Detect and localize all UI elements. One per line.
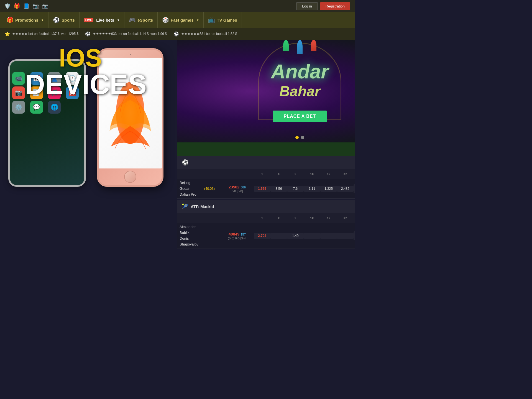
nav-label-live: Live bets [96, 18, 114, 22]
sports-icon: ⚽ [53, 17, 60, 23]
atp-table-row: Alexander Bublik Denis Shapovalov 40849 … [177, 223, 355, 249]
atp-odds-12: — [320, 233, 337, 239]
score-main: 23502 [229, 185, 239, 189]
devices-heading: DEVICES [25, 70, 136, 98]
odds-12[interactable]: 1.325 [320, 186, 337, 192]
atp-col-x2: X2 [337, 216, 354, 220]
atp-col-x: X [270, 216, 287, 220]
phone-container: 📹 📅 👤 🕐 📷 📝 🎵 🅰️ ⚙️ 💬 🌐 [8, 37, 163, 187]
instagram2-icon[interactable]: 📷 [42, 3, 48, 9]
atp-odds-x2: — [337, 233, 354, 239]
gift-icon[interactable]: 🎁 [14, 3, 20, 9]
nav-bar: 🎁 Promotions ▼ ⚽ Sports LIVE Live bets ▼… [0, 12, 355, 28]
atp-section-header: 🎾 ATP. Madrid [177, 200, 355, 213]
atp-odds-h1[interactable]: (-3) 1.88 [354, 231, 355, 240]
atp-team2-name: Denis Shapovalov [180, 236, 198, 247]
nav-label-sports: Sports [62, 18, 75, 22]
facetime-app: 📹 [12, 72, 25, 85]
atp-score-link[interactable]: 157 [241, 233, 245, 236]
nav-label-fast-games: Fast games [171, 18, 194, 22]
chevron-down-icon: ▼ [41, 19, 44, 22]
nav-label-promotions: Promotions [15, 18, 38, 22]
game-banner[interactable]: Andar Bahar PLAY PLACE A BET [177, 40, 355, 142]
atp-score-main: 40849 [229, 232, 239, 236]
col-1: 1 [254, 172, 270, 176]
football-section-header: ⚽ [177, 156, 355, 169]
chevron-live-icon: ▼ [117, 19, 120, 22]
col-x: X [270, 172, 287, 176]
sidebar-item-promotions[interactable]: 🎁 Promotions ▼ [2, 12, 48, 28]
atp-col-1: 1 [254, 216, 270, 220]
score-sub: 0-0 [0-0] [221, 190, 254, 193]
odds-1[interactable]: 1.555 [254, 186, 270, 192]
nav-label-esports: eSports [137, 18, 153, 22]
right-content: Andar Bahar PLAY PLACE A BET One-click b… [177, 40, 355, 262]
atp-col-2: 2 [287, 216, 304, 220]
shield-icon[interactable]: 🛡️ [4, 3, 11, 9]
dot-1[interactable] [295, 136, 299, 139]
settings-app: ⚙️ [12, 101, 25, 114]
andar-subtitle: Bahar [271, 83, 329, 99]
ios-text-overlay: IOS DEVICES [25, 45, 136, 98]
one-click-bar: One-click bet [177, 142, 355, 156]
table-row: Beijing Guoan Dalian Pro (40:03) 23502 3… [177, 179, 355, 199]
sidebar-item-live-bets[interactable]: LIVE Live bets ▼ [80, 12, 124, 28]
ios-devices-overlay[interactable]: 📹 📅 👤 🕐 📷 📝 🎵 🅰️ ⚙️ 💬 🌐 [6, 32, 166, 187]
atp-score-sub: (0-0) 0-0 [3-4] [221, 237, 254, 240]
content-wrapper: 📹 📅 👤 🕐 📷 📝 🎵 🅰️ ⚙️ 💬 🌐 [0, 40, 355, 262]
banner-dots [295, 136, 304, 139]
score-link[interactable]: 386 [241, 186, 245, 189]
instagram-icon[interactable]: 📷 [33, 3, 39, 9]
sidebar-item-tv-games[interactable]: 📺 TV Games [204, 12, 242, 28]
promotions-icon: 🎁 [7, 17, 14, 23]
ios-heading: IOS [25, 45, 136, 70]
match-score: 23502 386 0-0 [0-0] [221, 185, 254, 193]
col-12: 12 [320, 172, 337, 176]
top-bar: 🛡️ 🎁 📘 📷 📷 Log in Registration [0, 0, 355, 12]
top-bar-icons: 🛡️ 🎁 📘 📷 📷 [4, 3, 292, 9]
chevron-fast-icon: ▼ [196, 19, 199, 22]
odds-x[interactable]: 3.56 [270, 186, 287, 192]
games-table-area: ⚽ 1 X 2 1X 12 X2 H1 H2 O U Bei [177, 156, 355, 249]
fast-games-icon: 🎲 [162, 17, 169, 23]
andar-title: Andar [271, 60, 329, 83]
messages-app: 💬 [30, 101, 43, 114]
odds-2[interactable]: 7.6 [287, 186, 304, 192]
live-badge: LIVE [84, 18, 93, 22]
team1-name: Beijing Guoan [180, 180, 198, 192]
sidebar-item-esports[interactable]: 🎮 eSports [124, 12, 158, 28]
ios-promo-panel[interactable]: 📹 📅 👤 🕐 📷 📝 🎵 🅰️ ⚙️ 💬 🌐 [0, 40, 177, 262]
sidebar-item-fast-games[interactable]: 🎲 Fast games ▼ [158, 12, 204, 28]
sidebar-item-sports[interactable]: ⚽ Sports [48, 12, 80, 28]
atp-odds-1[interactable]: 2.704 [254, 233, 270, 239]
odds-x2[interactable]: 2.485 [337, 186, 354, 192]
facebook-icon[interactable]: 📘 [23, 3, 29, 9]
place-bet-button[interactable]: PLACE A BET [273, 111, 327, 122]
odds-h1[interactable]: (-1) 1.944 [354, 184, 355, 193]
safari-app: 🌐 [48, 101, 61, 114]
ticker-ball2-icon: ⚽ [173, 31, 179, 37]
dot-2[interactable] [301, 136, 304, 139]
odds-1x[interactable]: 1.11 [304, 186, 320, 192]
register-button[interactable]: Registration [320, 2, 350, 10]
atp-col-1x: 1X [304, 216, 320, 220]
nav-label-tv: TV Games [217, 18, 237, 22]
col-h1: H1 [354, 172, 355, 176]
atp-match-score: 40849 157 (0-0) 0-0 [3-4] [221, 232, 254, 240]
login-button[interactable]: Log in [296, 2, 318, 10]
ticker-item-3: ⚽ ★★★★★★581 bet on football 1.52 $ [173, 31, 237, 37]
tennis-icon: 🎾 [182, 203, 188, 209]
atp-title: ATP. Madrid [191, 204, 214, 209]
esports-icon: 🎮 [129, 17, 136, 23]
atp-col-h1: H1 [354, 216, 355, 220]
atp-odds-2[interactable]: 1.49 [287, 233, 304, 239]
atp-odds-x: — [270, 233, 287, 239]
atp-col-12: 12 [320, 216, 337, 220]
atp-team1-name: Alexander Bublik [180, 224, 198, 236]
col-x2: X2 [337, 172, 354, 176]
andar-bahar-promo: Andar Bahar PLAY PLACE A BET [177, 40, 355, 142]
atp-team-names: Alexander Bublik Denis Shapovalov [180, 224, 198, 247]
tv-icon: 📺 [208, 17, 215, 23]
match-time: (40:03) [198, 187, 221, 191]
home-button[interactable] [124, 171, 136, 183]
